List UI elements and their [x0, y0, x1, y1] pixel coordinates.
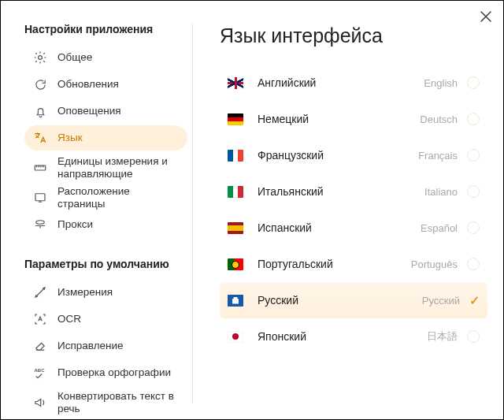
nav-label: Проверка орфографии [57, 366, 180, 379]
close-icon [480, 11, 491, 22]
lang-item-spanish[interactable]: Испанский Español [220, 210, 487, 246]
sidebar-section-defaults: Параметры по умолчанию [24, 258, 187, 270]
flag-fr-icon [228, 150, 243, 162]
nav-label: Измерения [57, 286, 180, 299]
proxy-icon [32, 217, 48, 232]
nav-label: Язык [57, 132, 180, 144]
nav-label: Конвертировать текст в речь [57, 390, 180, 414]
lang-endonym: Français [418, 150, 458, 162]
lang-endonym: Español [421, 222, 458, 234]
nav-label: Оповещения [57, 105, 180, 117]
nav-label: Обновления [57, 78, 180, 91]
nav-label: OCR [57, 313, 180, 325]
flag-uk-icon [228, 77, 243, 89]
lang-native: Русский [258, 294, 422, 307]
radio-unchecked [467, 76, 480, 89]
lang-endonym: Português [411, 258, 458, 270]
radio-unchecked [467, 149, 480, 162]
lang-endonym: Русский [422, 295, 460, 307]
nav-label: Общее [57, 51, 180, 64]
flag-it-icon [228, 186, 243, 198]
lang-item-english[interactable]: Английский English [220, 65, 487, 101]
nav-label: Прокси [57, 218, 180, 231]
sidebar-item-pagelayout[interactable]: Расположение страницы [24, 185, 187, 210]
lang-item-russian[interactable]: Русский Русский ✓ [220, 282, 487, 318]
lang-item-portuguese[interactable]: Португальский Português [220, 246, 487, 282]
sidebar-item-proxy[interactable]: Прокси [24, 212, 187, 237]
lang-item-italian[interactable]: Итальянский Italiano [220, 173, 487, 210]
sidebar-item-tts[interactable]: Конвертировать текст в речь [24, 387, 187, 418]
radio-unchecked [467, 185, 480, 198]
gear-icon [32, 50, 48, 65]
flag-pt-icon [228, 258, 243, 270]
lang-native: Немецкий [258, 113, 420, 125]
nav-label: Единицы измерения и направляющие [57, 155, 180, 180]
bell-icon [32, 103, 48, 119]
lang-item-japanese[interactable]: Японский 日本語 [220, 318, 487, 355]
sidebar-item-measure[interactable]: Измерения [24, 280, 187, 305]
settings-modal: Настройки приложения Общее Обновления Оп… [0, 0, 504, 420]
language-list: Английский English Немецкий Deutsch Фран… [220, 65, 487, 403]
sidebar-item-correction[interactable]: Исправление [24, 333, 187, 359]
svg-rect-2 [35, 194, 45, 201]
megaphone-icon [32, 395, 48, 411]
lang-endonym: 日本語 [427, 329, 458, 344]
sidebar-item-general[interactable]: Общее [24, 45, 187, 70]
sidebar-item-notifications[interactable]: Оповещения [24, 98, 187, 124]
sidebar-item-updates[interactable]: Обновления [24, 72, 187, 97]
spellcheck-icon: ABC [32, 365, 48, 381]
translate-icon [32, 130, 48, 146]
lang-endonym: English [424, 77, 458, 89]
sidebar-item-spellcheck[interactable]: ABC Проверка орфографии [24, 360, 187, 385]
page-title: Язык интерфейса [220, 24, 487, 47]
radio-unchecked [467, 330, 480, 343]
measure-icon [32, 284, 48, 300]
close-button[interactable] [478, 9, 494, 24]
lang-endonym: Deutsch [420, 113, 458, 125]
flag-ru-icon [228, 295, 243, 307]
flag-de-icon [228, 113, 243, 125]
lang-native: Французский [258, 149, 418, 162]
lang-native: Испанский [258, 221, 421, 234]
lang-native: Португальский [258, 258, 411, 270]
radio-unchecked [467, 258, 480, 270]
sidebar: Настройки приложения Общее Обновления Оп… [24, 23, 192, 403]
layout-icon [32, 190, 48, 206]
sidebar-item-ocr[interactable]: OCR [24, 307, 187, 332]
main-panel: Язык интерфейса Английский English Немец… [193, 23, 487, 403]
sidebar-item-language[interactable]: Язык [24, 125, 187, 151]
radio-unchecked [467, 221, 480, 234]
sidebar-section-app: Настройки приложения [24, 23, 187, 35]
lang-item-french[interactable]: Французский Français [220, 137, 487, 173]
lang-native: Японский [258, 330, 427, 343]
refresh-icon [32, 76, 48, 92]
sidebar-item-units[interactable]: Единицы измерения и направляющие [24, 152, 187, 184]
ocr-icon [32, 311, 48, 327]
flag-jp-icon [228, 331, 243, 343]
eraser-icon [32, 338, 48, 354]
flag-es-icon [228, 222, 243, 234]
lang-native: Английский [258, 76, 424, 89]
radio-unchecked [467, 113, 480, 125]
svg-point-0 [39, 56, 43, 60]
svg-point-3 [36, 221, 45, 225]
nav-label: Исправление [57, 340, 180, 352]
nav-label: Расположение страницы [57, 185, 180, 210]
lang-item-german[interactable]: Немецкий Deutsch [220, 101, 487, 137]
check-icon: ✓ [469, 293, 480, 308]
lang-endonym: Italiano [424, 186, 458, 198]
lang-native: Итальянский [258, 185, 424, 198]
svg-text:ABC: ABC [35, 368, 46, 373]
ruler-icon [32, 160, 48, 176]
